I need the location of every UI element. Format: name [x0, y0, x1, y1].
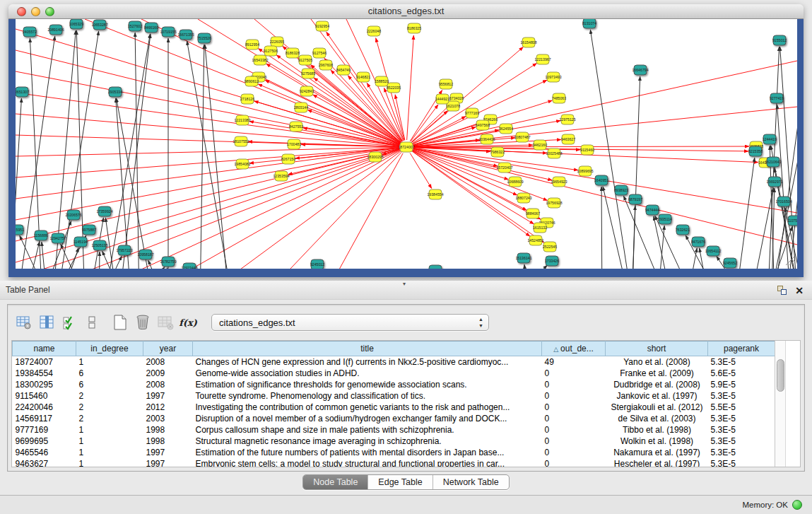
- graph-node[interactable]: 14524851: [527, 235, 543, 245]
- table-cell[interactable]: Genome-wide association studies in ADHD.: [193, 368, 542, 379]
- graph-edge[interactable]: [407, 35, 414, 140]
- graph-node[interactable]: 10973493: [545, 72, 561, 82]
- table-selector-dropdown[interactable]: citations_edges.txt ▲▼: [211, 314, 489, 331]
- graph-edge[interactable]: [411, 103, 452, 142]
- table-cell[interactable]: 0: [542, 436, 606, 447]
- graph-node[interactable]: 8938923: [614, 185, 628, 195]
- graph-node[interactable]: 9242843: [300, 86, 314, 96]
- graph-edge[interactable]: [307, 110, 399, 145]
- table-cell[interactable]: 2012: [143, 402, 193, 413]
- create-table-icon[interactable]: [111, 313, 129, 332]
- show-columns-icon[interactable]: [37, 313, 56, 332]
- table-cell[interactable]: 1: [76, 447, 143, 458]
- graph-node[interactable]: 10899695: [577, 166, 593, 176]
- table-cell[interactable]: Estimation of the future numbers of pati…: [193, 447, 542, 458]
- graph-node[interactable]: 9127505: [298, 55, 312, 65]
- graph-edge[interactable]: [601, 187, 602, 269]
- graph-node[interactable]: 2405572: [23, 27, 37, 37]
- graph-edge[interactable]: [301, 144, 399, 146]
- graph-node[interactable]: 19854082: [234, 159, 250, 169]
- graph-node[interactable]: 9155012: [772, 35, 787, 45]
- table-cell[interactable]: 9465546: [13, 447, 76, 458]
- graph-edge[interactable]: [200, 45, 204, 269]
- graph-edge[interactable]: [99, 252, 100, 269]
- column-header-year[interactable]: year: [143, 341, 193, 356]
- graph-edge[interactable]: [141, 150, 400, 269]
- tab-edge-table[interactable]: Edge Table: [368, 475, 433, 489]
- table-cell[interactable]: 1997: [143, 390, 193, 402]
- graph-node[interactable]: 10653287: [91, 20, 107, 30]
- float-panel-icon[interactable]: [777, 286, 787, 295]
- graph-edge[interactable]: [16, 147, 399, 156]
- graph-node[interactable]: 10958187: [137, 250, 153, 259]
- graph-node[interactable]: 1444921: [435, 94, 449, 104]
- graph-node[interactable]: 8912954: [245, 40, 259, 49]
- column-header-short[interactable]: short: [606, 341, 708, 356]
- table-cell[interactable]: 2008: [143, 379, 193, 390]
- graph-edge[interactable]: [413, 61, 797, 146]
- table-cell[interactable]: Tourette syndrome. Phenomenology and cla…: [193, 390, 542, 402]
- table-cell[interactable]: 6: [76, 368, 143, 379]
- graph-node[interactable]: 1244419: [763, 134, 777, 144]
- graph-node[interactable]: 9127506: [264, 46, 278, 56]
- graph-node[interactable]: 2905334: [108, 87, 122, 97]
- table-cell[interactable]: Changes of HCN gene expression and I(f) …: [193, 356, 542, 368]
- graph-node[interactable]: 10807487: [514, 132, 530, 142]
- tab-node-table[interactable]: Node Table: [303, 475, 368, 489]
- table-cell[interactable]: 2009: [143, 368, 193, 379]
- graph-node[interactable]: 8131074: [582, 19, 596, 28]
- table-cell[interactable]: 2: [76, 413, 143, 424]
- table-cell[interactable]: 2008: [143, 356, 193, 368]
- graph-edge[interactable]: [135, 33, 139, 269]
- delete-table-icon[interactable]: [156, 313, 175, 332]
- table-row[interactable]: 977716911998Corpus callosum shape and si…: [13, 424, 775, 436]
- table-cell[interactable]: 9777169: [13, 424, 76, 436]
- table-row[interactable]: 946362711997Embryonic stem cells: a mode…: [13, 458, 775, 468]
- graph-node[interactable]: 18300295: [367, 152, 383, 162]
- table-cell[interactable]: Jankovic et al. (1997): [606, 390, 708, 402]
- graph-node[interactable]: 18807243: [515, 193, 531, 203]
- table-cell[interactable]: 0: [542, 458, 606, 468]
- table-cell[interactable]: 9699695: [13, 436, 76, 447]
- graph-node[interactable]: 17957223: [116, 245, 132, 255]
- graph-node[interactable]: 8522035: [387, 83, 401, 93]
- graph-edge[interactable]: [686, 248, 697, 269]
- graph-node[interactable]: 2226055: [270, 37, 284, 47]
- close-window-button[interactable]: [17, 7, 26, 16]
- graph-edge[interactable]: [16, 114, 399, 146]
- graph-node[interactable]: 10719155: [160, 27, 176, 37]
- graph-node[interactable]: 9890612: [245, 76, 259, 86]
- table-cell[interactable]: 1998: [143, 436, 193, 447]
- graph-edge[interactable]: [85, 19, 400, 144]
- graph-node[interactable]: 15136141: [515, 253, 531, 263]
- graph-node[interactable]: 1640951: [594, 175, 608, 185]
- table-cell[interactable]: 1997: [143, 458, 193, 468]
- window-titlebar[interactable]: citations_edges.txt: [8, 4, 804, 19]
- graph-node[interactable]: 9462160: [533, 140, 547, 150]
- graph-node[interactable]: 16154808: [520, 37, 536, 47]
- graph-node[interactable]: 7485063: [552, 93, 566, 103]
- table-cell[interactable]: 5.6E-5: [708, 368, 775, 379]
- graph-node[interactable]: 20364436: [478, 134, 495, 144]
- graph-node[interactable]: 2522545: [543, 242, 557, 252]
- graph-edge[interactable]: [266, 64, 401, 144]
- graph-node[interactable]: 1107531: [787, 216, 797, 226]
- table-row[interactable]: 969969511998Structural magnetic resonanc…: [13, 436, 775, 447]
- table-cell[interactable]: Yano et al. (2008): [606, 356, 708, 368]
- function-builder-icon[interactable]: f(x): [179, 313, 197, 332]
- graph-node[interactable]: 9245652: [723, 258, 737, 268]
- graph-node[interactable]: 10025488: [546, 148, 562, 158]
- table-row[interactable]: 1456911722003Disruption of a novel membe…: [13, 413, 775, 424]
- table-cell[interactable]: 2: [76, 402, 143, 413]
- graph-edge[interactable]: [42, 242, 49, 269]
- graph-node[interactable]: 12975125: [559, 115, 575, 124]
- graph-node[interactable]: 1588520: [375, 76, 389, 86]
- graph-node[interactable]: 8267150: [281, 154, 295, 164]
- table-row[interactable]: 911546021997Tourette syndrome. Phenomeno…: [13, 390, 775, 402]
- graph-edge[interactable]: [290, 152, 401, 269]
- table-cell[interactable]: 0: [542, 390, 606, 402]
- graph-edge[interactable]: [524, 264, 529, 269]
- graph-node[interactable]: 15692971: [766, 177, 782, 187]
- column-header-name[interactable]: name: [13, 341, 76, 356]
- graph-node[interactable]: 7515526: [197, 33, 211, 43]
